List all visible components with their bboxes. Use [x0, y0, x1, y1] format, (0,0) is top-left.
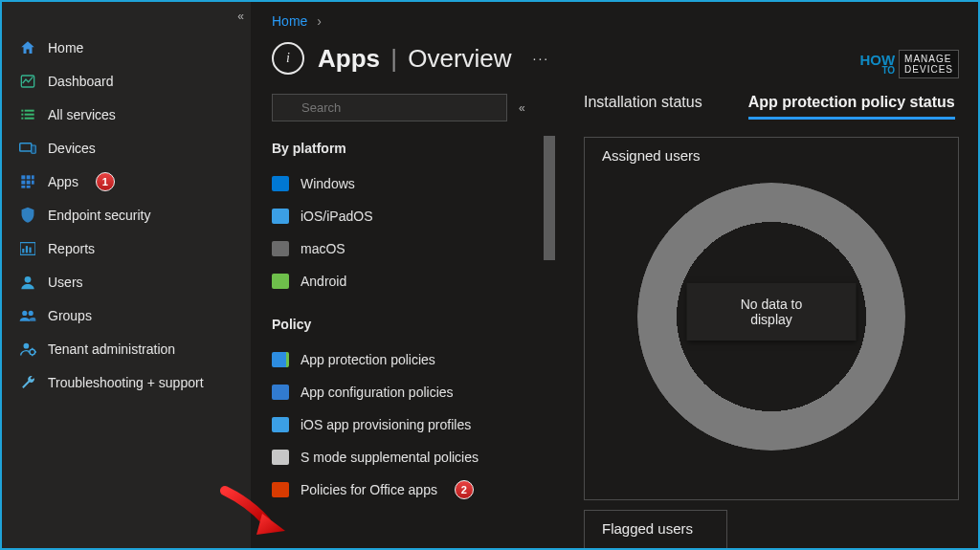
groups-icon [19, 307, 36, 324]
svg-rect-9 [21, 175, 25, 179]
svg-point-22 [22, 310, 27, 315]
shield-icon [19, 207, 36, 224]
office-icon [272, 482, 289, 497]
menu-item-label: Policies for Office apps [301, 482, 437, 497]
platform-windows[interactable]: Windows [272, 167, 546, 200]
card-title: Assigned users [602, 147, 941, 164]
sidebar-item-label: Apps [48, 174, 78, 189]
svg-rect-6 [25, 117, 34, 119]
svg-rect-2 [25, 109, 34, 111]
sidebar-item-label: Groups [48, 308, 92, 323]
platform-android[interactable]: Android [272, 265, 546, 297]
sidebar-item-label: Home [48, 40, 83, 55]
menu-item-label: Android [301, 274, 346, 289]
svg-rect-16 [27, 186, 31, 188]
svg-rect-1 [21, 109, 23, 111]
wrench-icon [19, 374, 36, 391]
sidebar-item-devices[interactable]: Devices [2, 131, 251, 165]
more-actions-button[interactable]: ··· [525, 51, 550, 66]
page-title-main: Apps [318, 44, 380, 73]
svg-rect-5 [21, 117, 23, 119]
svg-rect-14 [32, 180, 34, 184]
breadcrumb-home[interactable]: Home [272, 13, 307, 29]
sidebar-item-tenant-admin[interactable]: Tenant administration [2, 332, 251, 365]
document-icon [272, 450, 289, 465]
macos-icon [272, 241, 289, 256]
menu-item-label: iOS/iPadOS [301, 209, 372, 224]
tab-app-protection-status[interactable]: App protection policy status [748, 94, 955, 120]
sidebar-item-label: Troubleshooting + support [48, 375, 204, 390]
info-icon: i [272, 42, 304, 75]
sidebar-collapse-button[interactable]: « [237, 10, 244, 23]
menu-item-label: macOS [301, 241, 345, 256]
sidebar-item-label: All services [48, 107, 116, 122]
dashboard-icon [19, 73, 36, 90]
gear-user-icon [19, 341, 36, 358]
svg-rect-10 [27, 175, 31, 179]
sidebar-item-users[interactable]: Users [2, 265, 251, 298]
page-title: Apps | Overview [318, 44, 512, 74]
policy-app-protection[interactable]: App protection policies [272, 343, 546, 376]
svg-rect-3 [21, 113, 23, 115]
svg-rect-12 [21, 180, 25, 184]
policy-office-apps[interactable]: Policies for Office apps 2 [272, 473, 546, 506]
svg-point-21 [25, 276, 32, 283]
reports-icon [19, 240, 36, 257]
page-title-sub: Overview [408, 44, 511, 73]
devices-icon [19, 140, 36, 157]
platform-macos[interactable]: macOS [272, 232, 546, 265]
policy-app-configuration[interactable]: App configuration policies [272, 376, 546, 408]
menu-item-label: App configuration policies [301, 385, 454, 400]
sidebar-item-label: Endpoint security [48, 208, 150, 223]
svg-rect-15 [21, 186, 25, 188]
svg-rect-4 [25, 113, 34, 115]
sidebar-item-dashboard[interactable]: Dashboard [2, 64, 251, 98]
menu-item-label: S mode supplemental policies [301, 450, 479, 465]
sidebar-item-home[interactable]: Home [2, 31, 251, 64]
svg-rect-8 [32, 145, 36, 153]
svg-point-24 [23, 343, 29, 349]
content-pane: Installation status App protection polic… [584, 94, 978, 548]
watermark-logo: HOW TO MANAGE DEVICES [859, 50, 959, 78]
menu-item-label: Windows [301, 176, 355, 191]
panel-collapse-button[interactable]: « [519, 101, 525, 115]
search-input[interactable] [272, 94, 507, 121]
svg-point-23 [29, 310, 33, 315]
sidebar-item-label: Tenant administration [48, 341, 175, 357]
sidebar-item-label: Reports [48, 241, 95, 256]
provisioning-icon [272, 417, 289, 432]
svg-rect-19 [26, 246, 28, 253]
svg-rect-13 [27, 180, 31, 184]
platform-ios[interactable]: iOS/iPadOS [272, 200, 546, 232]
sidebar-item-apps[interactable]: Apps 1 [2, 165, 251, 198]
windows-icon [272, 176, 289, 191]
svg-rect-11 [32, 175, 34, 179]
sidebar-item-troubleshoot[interactable]: Troubleshooting + support [2, 365, 251, 399]
sidebar-item-endpoint-security[interactable]: Endpoint security [2, 198, 251, 231]
breadcrumb: Home › [251, 2, 978, 34]
svg-rect-20 [29, 247, 31, 253]
ios-icon [272, 209, 289, 224]
scrollbar[interactable] [544, 136, 555, 260]
card-title: Flagged users [602, 520, 709, 537]
sidebar-item-all-services[interactable]: All services [2, 98, 251, 131]
annotation-badge-2: 2 [455, 480, 474, 499]
section-by-platform: By platform [272, 141, 546, 156]
sidebar-item-label: Users [48, 275, 83, 290]
policy-ios-provisioning[interactable]: iOS app provisioning profiles [272, 408, 546, 441]
section-policy: Policy [272, 317, 546, 332]
sidebar-item-label: Devices [48, 141, 96, 156]
menu-item-label: App protection policies [301, 352, 435, 367]
sidebar-item-groups[interactable]: Groups [2, 298, 251, 332]
tab-installation-status[interactable]: Installation status [584, 94, 702, 120]
svg-point-25 [29, 349, 34, 355]
user-icon [19, 274, 36, 291]
policy-s-mode[interactable]: S mode supplemental policies [272, 441, 546, 473]
app-config-icon [272, 385, 289, 400]
menu-item-label: iOS app provisioning profiles [301, 417, 471, 432]
sidebar-item-reports[interactable]: Reports [2, 231, 251, 265]
tabs: Installation status App protection polic… [584, 94, 959, 120]
flagged-users-card: Flagged users [584, 510, 727, 548]
apps-icon [19, 173, 36, 190]
svg-rect-18 [22, 249, 24, 253]
